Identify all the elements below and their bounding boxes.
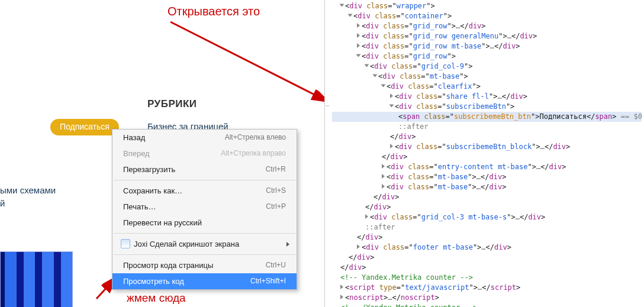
partial-text: ыми схемами й (0, 184, 56, 210)
thumbnail-image (0, 251, 73, 307)
gutter-dots-icon: ⋯ (326, 102, 329, 109)
ctx-save-as[interactable]: Сохранить как…Ctrl+S (112, 183, 297, 199)
ctx-reload[interactable]: ПерезагрузитьCtrl+R (112, 161, 297, 177)
ctx-inspect[interactable]: Просмотреть кодCtrl+Shift+I (112, 273, 297, 289)
sidebar-heading: РУБРИКИ (147, 98, 197, 110)
ctx-joxi[interactable]: Joxi Сделай скриншот экрана (112, 236, 297, 252)
devtools-elements-panel[interactable]: ⋯ <div class="wrapper"> <div class="cont… (324, 0, 644, 307)
annotation-top: Открывается это (168, 5, 260, 18)
joxi-icon (121, 239, 130, 248)
svg-line-0 (170, 22, 326, 101)
ctx-forward[interactable]: ВпередAlt+Стрелка вправо (112, 146, 297, 161)
ctx-view-source[interactable]: Просмотр кода страницыCtrl+U (112, 257, 297, 273)
ctx-separator (114, 254, 295, 255)
selected-dom-node[interactable]: <span class="subscribemeBtn_btn">Подписа… (332, 112, 642, 122)
ctx-back[interactable]: НазадAlt+Стрелка влево (112, 130, 297, 146)
annotation-bottom: жмем сюда (127, 292, 186, 305)
page-preview: Открывается это РУБРИКИ Подписаться Бизн… (0, 0, 324, 307)
ctx-separator (114, 233, 295, 234)
ctx-translate[interactable]: Перевести на русский (112, 215, 297, 231)
subscribe-button[interactable]: Подписаться (50, 119, 119, 135)
context-menu: НазадAlt+Стрелка влево ВпередAlt+Стрелка… (112, 129, 297, 290)
ctx-print[interactable]: Печать…Ctrl+P (112, 199, 297, 215)
dom-tree[interactable]: <div class="wrapper"> <div class="contai… (325, 0, 644, 307)
ctx-separator (114, 180, 295, 180)
chevron-right-icon (286, 242, 289, 247)
arrow-to-devtools (168, 19, 333, 108)
